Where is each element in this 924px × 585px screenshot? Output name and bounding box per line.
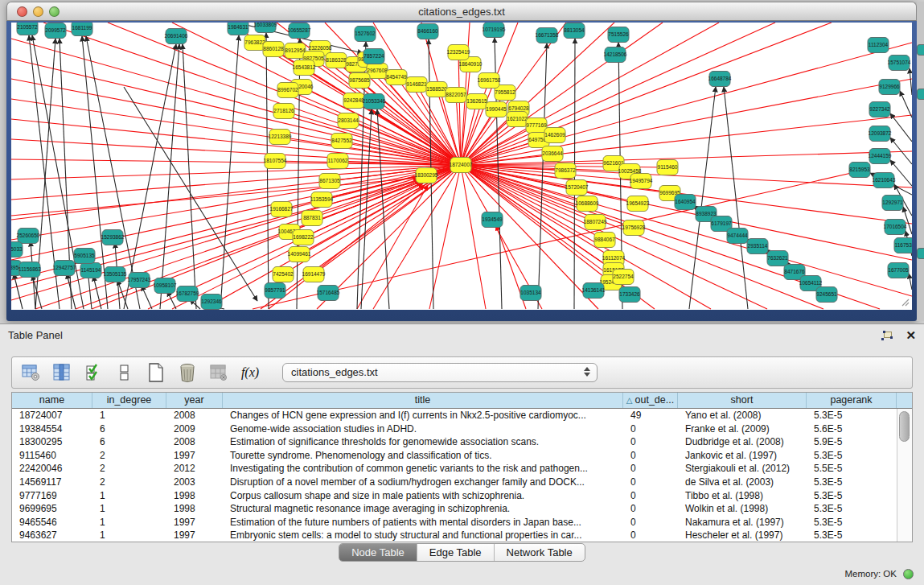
network-node[interactable]: 18724007 (450, 158, 473, 173)
network-node[interactable]: 1595033 (11, 242, 23, 257)
network-node[interactable]: 1990445 (486, 102, 507, 117)
network-node[interactable]: 1934549 (482, 212, 503, 228)
memory-status-indicator-icon[interactable] (903, 569, 914, 579)
column-header-pagerank[interactable]: pagerank (807, 393, 897, 408)
network-node[interactable]: 8215953 (849, 163, 870, 178)
table-row[interactable]: 1456911722003Disruption of a novel membe… (12, 476, 912, 489)
network-node[interactable]: 8912954 (285, 43, 306, 59)
network-node[interactable]: 2105572 (17, 23, 38, 35)
network-node[interactable]: 8466160 (417, 24, 438, 39)
network-node[interactable]: 12213389 (269, 130, 292, 145)
select-all-checklist-icon[interactable] (83, 362, 104, 383)
network-node[interactable]: 7425402 (273, 267, 294, 282)
network-node[interactable]: 19654923 (626, 196, 650, 212)
network-node[interactable]: 7963822 (244, 35, 265, 51)
network-node[interactable]: 18807249 (584, 215, 607, 230)
network-node[interactable]: 7632621 (767, 251, 788, 266)
network-node[interactable]: 8186328 (326, 53, 347, 68)
network-node[interactable]: 9146821 (406, 77, 427, 93)
network-node[interactable]: 1112304 (868, 38, 889, 53)
network-node[interactable]: 1640954 (675, 195, 696, 210)
network-node[interactable]: 14218506 (604, 47, 627, 63)
window-titlebar[interactable]: citations_edges.txt (6, 2, 917, 21)
network-node[interactable]: 1527602 (355, 27, 376, 42)
network-node[interactable]: 21053346 (363, 94, 386, 109)
network-node[interactable]: 1145194 (80, 263, 101, 278)
column-header-in_degree[interactable]: in_degree (92, 393, 166, 408)
delete-trash-icon[interactable] (177, 362, 198, 383)
network-node[interactable]: 15716485 (317, 286, 340, 301)
network-node[interactable]: 16648784 (708, 72, 732, 87)
network-node[interactable]: 19166827 (270, 202, 294, 217)
network-node[interactable]: 8860128 (263, 42, 284, 57)
network-node[interactable]: 9227342 (869, 102, 890, 117)
network-node[interactable]: 2099572 (45, 23, 66, 39)
network-node[interactable]: 1984631 (228, 23, 248, 35)
network-node[interactable]: 887831 (302, 211, 322, 226)
close-panel-icon[interactable]: ✕ (906, 330, 916, 341)
network-node[interactable]: 16033809 (254, 23, 277, 33)
network-node[interactable]: 9129966 (879, 80, 900, 95)
network-node[interactable]: 1362615 (466, 94, 487, 109)
network-node[interactable]: 12093872 (869, 126, 892, 142)
network-node[interactable]: 16210643 (873, 173, 896, 188)
network-node[interactable]: 9242848 (343, 93, 364, 109)
network-node[interactable]: 14136141 (582, 283, 606, 299)
network-node[interactable]: 15720407 (565, 180, 589, 196)
network-node[interactable]: 11156863 (18, 262, 41, 278)
network-canvas[interactable]: 7963822886012889129542322605898275051654… (11, 23, 912, 310)
table-row[interactable]: 911546021997Tourette syndrome. Phenomeno… (12, 449, 912, 463)
network-node[interactable]: 12942757 (53, 261, 76, 276)
network-node[interactable]: 19756928 (622, 220, 646, 236)
network-node[interactable]: 7515526 (608, 27, 629, 43)
table-row[interactable]: 1872400712008Changes of HCN gene express… (12, 409, 912, 422)
table-row[interactable]: 1938455462009Genome-wide association stu… (12, 422, 912, 436)
table-row[interactable]: 946554611997Estimation of the future num… (12, 516, 912, 529)
network-node[interactable]: 8427552 (331, 134, 352, 149)
network-node[interactable]: 9777169 (526, 118, 547, 134)
network-node[interactable]: 8813054 (564, 23, 585, 39)
table-row[interactable]: 969969511998Structural magnetic resonanc… (12, 502, 912, 516)
column-header-title[interactable]: title (223, 393, 623, 408)
network-node[interactable]: 1698222 (293, 230, 314, 245)
column-header-out_de[interactable]: △out_de... (623, 393, 678, 408)
network-node[interactable]: 8822057 (446, 88, 466, 103)
network-node[interactable]: 2718126 (273, 104, 294, 119)
scrollbar-thumb[interactable] (899, 411, 910, 442)
network-node[interactable]: 10655287 (288, 23, 311, 39)
network-node[interactable]: 19495794 (630, 174, 653, 189)
network-node[interactable]: 1681199 (72, 23, 92, 36)
network-node[interactable]: 1462609 (544, 128, 565, 143)
network-node[interactable]: 1292971 (882, 196, 903, 211)
network-node[interactable]: 17016504 (884, 220, 907, 235)
network-node[interactable]: 7986372 (555, 163, 576, 179)
network-node[interactable]: 9884067 (594, 233, 615, 248)
network-canvas-svg[interactable]: 7963822886012889129542322605898275051654… (11, 23, 912, 310)
vertical-scrollbar[interactable] (897, 409, 912, 542)
network-node[interactable]: 16782759 (176, 286, 199, 302)
network-node[interactable]: 10688609 (576, 196, 599, 212)
new-table-icon[interactable] (146, 362, 166, 383)
network-node[interactable]: 15751074 (888, 56, 911, 71)
network-node[interactable]: 1733426 (619, 287, 640, 303)
network-node[interactable]: 1677005 (888, 263, 909, 278)
function-builder-icon[interactable]: f(x) (240, 362, 261, 383)
network-node[interactable]: 16543812 (293, 60, 316, 76)
tab-network-table[interactable]: Network Table (494, 544, 585, 561)
column-header-short[interactable]: short (678, 393, 807, 408)
network-node[interactable]: 2803144 (338, 113, 359, 129)
network-node[interactable]: 25260650 (17, 229, 40, 244)
network-node[interactable]: 2935114 (747, 239, 768, 254)
table-row[interactable]: 977716911998Corpus callosum shape and si… (12, 489, 912, 503)
table-source-dropdown[interactable]: citations_edges.txt (282, 363, 598, 382)
network-node[interactable]: 1621022 (507, 112, 528, 127)
table-row[interactable]: 2242004622012Investigating the contribut… (12, 462, 912, 476)
network-node[interactable]: 1035134 (520, 286, 541, 301)
table-row[interactable]: 946362711997Embryonic stem cells: a mode… (12, 529, 912, 542)
network-node[interactable]: 15293862 (101, 230, 125, 245)
network-node[interactable]: 1588520 (426, 82, 447, 97)
network-node[interactable]: 8996702 (277, 83, 298, 98)
tab-edge-table[interactable]: Edge Table (417, 544, 494, 561)
network-node[interactable]: 10958107 (154, 278, 177, 294)
network-node[interactable]: 8671305 (319, 174, 340, 189)
